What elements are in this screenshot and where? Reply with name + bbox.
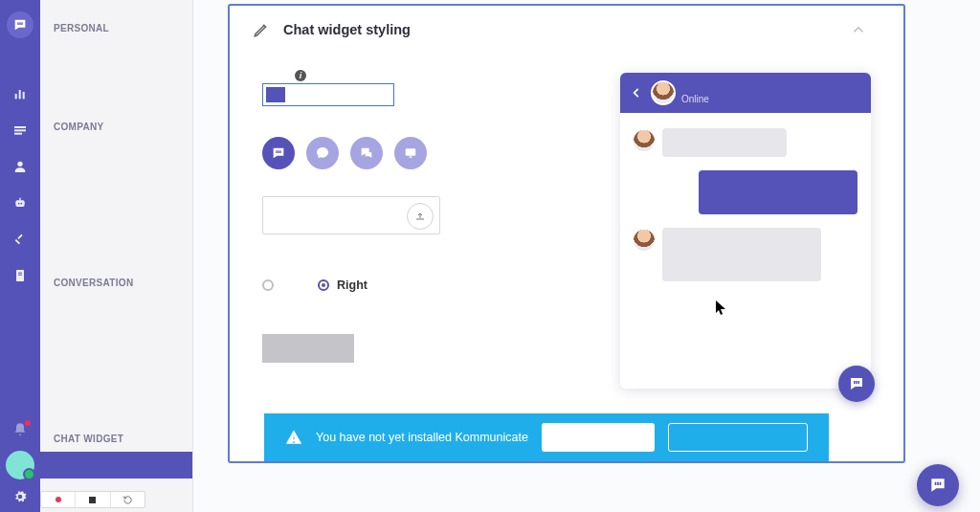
placeholder-block [262, 334, 354, 363]
install-secondary-button[interactable] [668, 423, 808, 452]
svg-rect-8 [14, 133, 22, 135]
preview-agent-name [683, 82, 709, 94]
position-right-radio[interactable]: Right [318, 278, 368, 292]
nav-analytics-icon[interactable] [0, 78, 40, 109]
svg-point-9 [17, 162, 22, 167]
preview-header: Online [620, 73, 871, 113]
svg-rect-10 [15, 200, 24, 207]
install-primary-button[interactable] [542, 423, 655, 452]
color-swatch [266, 87, 285, 102]
svg-rect-7 [14, 129, 26, 131]
record-button[interactable] [41, 492, 75, 507]
position-right-label: Right [337, 278, 368, 292]
sidebar-section-conversation: CONVERSATION [40, 255, 192, 296]
svg-point-11 [18, 203, 20, 205]
stop-icon [89, 497, 96, 503]
svg-rect-0 [17, 22, 18, 25]
svg-rect-23 [858, 381, 860, 384]
primary-color-input[interactable] [262, 83, 394, 106]
preview-agent-status: Online [681, 94, 709, 104]
svg-rect-25 [937, 482, 939, 485]
launcher-icon-option-4[interactable] [394, 137, 427, 169]
nav-bot-icon[interactable] [0, 188, 40, 218]
svg-rect-18 [278, 150, 278, 153]
info-icon[interactable]: i [295, 70, 306, 81]
back-chevron-icon[interactable] [630, 86, 643, 100]
restart-button[interactable] [110, 492, 145, 507]
nav-collapse-icon[interactable] [0, 224, 40, 255]
settings-sidebar: PERSONAL COMPANY CONVERSATION CHAT WIDGE… [40, 0, 193, 512]
sidebar-section-company: COMPANY [40, 99, 192, 140]
settings-gear-icon[interactable] [0, 485, 40, 508]
upload-button[interactable] [407, 203, 434, 230]
svg-rect-21 [854, 381, 856, 384]
record-dot-icon [56, 497, 61, 502]
main-content: Chat widget styling i [193, 0, 980, 512]
sidebar-section-personal: PERSONAL [40, 0, 192, 41]
svg-point-12 [20, 203, 22, 205]
svg-rect-14 [16, 270, 24, 281]
card-body: i Right [230, 48, 903, 434]
svg-rect-19 [279, 150, 280, 153]
svg-rect-2 [21, 22, 22, 25]
launcher-icon-option-2[interactable] [306, 137, 339, 169]
preview-agent-avatar [651, 80, 676, 105]
widget-position-row: Right [262, 278, 578, 292]
position-left-radio[interactable] [262, 279, 274, 291]
svg-rect-1 [19, 22, 20, 25]
svg-rect-24 [935, 482, 937, 485]
preview-body [620, 113, 871, 310]
page-chat-launcher[interactable] [917, 464, 959, 506]
widget-preview: Online [620, 73, 871, 389]
svg-rect-20 [406, 148, 416, 155]
nav-users-icon[interactable] [0, 151, 40, 182]
nav-docs-icon[interactable] [0, 260, 40, 291]
card-title: Chat widget styling [283, 22, 850, 37]
pencil-icon [253, 21, 270, 38]
cursor-icon [716, 301, 727, 316]
preview-incoming-bubble [662, 228, 821, 281]
styling-form: i Right [262, 65, 578, 363]
sidebar-section-chat-widget: CHAT WIDGET [40, 411, 192, 452]
screen-recorder-controls [40, 491, 145, 508]
primary-color-row: i [262, 65, 578, 106]
install-message: You have not yet installed Kommunicate [316, 431, 528, 444]
brand-logo [7, 11, 33, 38]
restart-icon [122, 495, 133, 505]
notifications-bell-icon[interactable] [0, 414, 40, 445]
launcher-icon-choices [262, 137, 578, 169]
sidebar-item-chat-widget-styling[interactable] [40, 452, 192, 479]
launcher-icon-option-1[interactable] [262, 137, 295, 169]
install-notice-bar: You have not yet installed Kommunicate [264, 413, 829, 461]
svg-rect-6 [14, 126, 26, 128]
warning-icon [285, 429, 302, 446]
preview-outgoing-bubble [699, 170, 858, 214]
notification-dot-icon [25, 420, 31, 426]
svg-rect-3 [15, 94, 17, 99]
svg-rect-5 [23, 92, 25, 99]
preview-msg-avatar [634, 130, 655, 151]
svg-rect-16 [18, 275, 22, 276]
svg-rect-13 [19, 198, 20, 201]
custom-icon-upload[interactable] [262, 196, 440, 234]
icon-rail [0, 0, 40, 512]
current-user-avatar[interactable] [6, 451, 34, 479]
svg-rect-22 [856, 381, 858, 384]
card-header: Chat widget styling [230, 6, 903, 48]
svg-rect-15 [18, 273, 22, 274]
stop-button[interactable] [75, 492, 109, 507]
preview-incoming-bubble [662, 128, 787, 157]
svg-rect-4 [19, 90, 21, 99]
nav-conversations-icon[interactable] [0, 115, 40, 145]
preview-launcher-button[interactable] [838, 366, 875, 402]
svg-rect-17 [276, 150, 277, 153]
upload-icon [414, 211, 426, 222]
svg-rect-26 [940, 482, 942, 485]
preview-msg-avatar [634, 230, 655, 251]
launcher-icon-option-3[interactable] [350, 137, 383, 169]
collapse-chevron-icon[interactable] [850, 21, 867, 38]
chat-widget-styling-card: Chat widget styling i [228, 4, 905, 463]
